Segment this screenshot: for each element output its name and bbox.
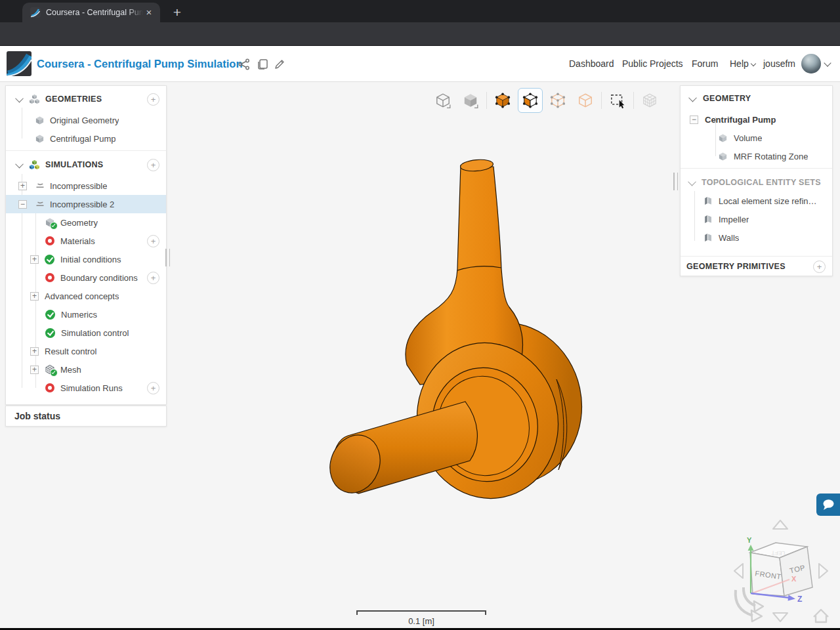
- navcube-back-label: LEFT: [771, 549, 785, 556]
- add-geometry-primitive-button[interactable]: +: [813, 261, 826, 273]
- flow-icon: [35, 199, 45, 209]
- nav-help[interactable]: Help: [730, 46, 755, 82]
- geometry-item-volume[interactable]: Volume: [681, 129, 832, 147]
- left-panel-resize-handle[interactable]: [165, 249, 170, 266]
- topo-item-local-refinement[interactable]: Local element size refin…: [681, 192, 832, 210]
- tree-item-geometry[interactable]: Geometry: [6, 213, 166, 232]
- tree-item-materials[interactable]: Materials +: [6, 232, 166, 250]
- navigation-cube[interactable]: LEFT FRONT TOP X Y Z: [725, 516, 837, 625]
- avatar[interactable]: [801, 54, 821, 74]
- navcube-down-arrow[interactable]: [773, 613, 788, 621]
- tree-item-numerics[interactable]: Numerics: [6, 305, 166, 324]
- geometry-panel: GEOMETRY − Centrifugal Pump Volume MRF R…: [680, 85, 833, 276]
- tree-item-simulation-runs[interactable]: Simulation Runs +: [6, 379, 166, 397]
- chevron-down-icon: [750, 61, 755, 66]
- app-root: Coursera - Centrifugal Pum × + simscale.…: [0, 0, 840, 630]
- expand-icon[interactable]: +: [30, 366, 39, 374]
- navcube-left-arrow[interactable]: [734, 564, 743, 578]
- add-boundary-condition-button[interactable]: +: [147, 272, 159, 284]
- tree-item-incompressible[interactable]: + Incompressible: [6, 177, 166, 195]
- pump-model[interactable]: [276, 151, 591, 505]
- duplicate-icon[interactable]: [256, 58, 269, 71]
- tree-item-initial-conditions[interactable]: + Initial conditions: [6, 250, 166, 268]
- axis-x-label: X: [791, 575, 797, 583]
- tree-item-centrifugal-pump[interactable]: Centrifugal Pump: [6, 129, 166, 148]
- topo-item-impeller[interactable]: Impeller: [681, 210, 832, 228]
- chevron-down-icon[interactable]: [688, 93, 697, 102]
- nav-forum[interactable]: Forum: [692, 46, 718, 82]
- collapse-icon[interactable]: −: [690, 116, 698, 124]
- share-icon[interactable]: [238, 58, 251, 71]
- box-select-icon[interactable]: [605, 88, 630, 113]
- geometry-primitives-header: GEOMETRY PRIMITIVES: [686, 262, 786, 271]
- cube-faces-icon[interactable]: [490, 88, 515, 113]
- geometry-primitives-row[interactable]: GEOMETRY PRIMITIVES +: [681, 256, 832, 276]
- browser-toolbar: simscale.com/workbench/?pid=118742282682…: [0, 22, 840, 45]
- new-tab-button[interactable]: +: [168, 3, 186, 22]
- cube-solid-icon[interactable]: [458, 88, 483, 113]
- home-icon[interactable]: [814, 610, 828, 622]
- expand-icon[interactable]: +: [18, 182, 27, 190]
- toolbar-separator: [633, 92, 634, 109]
- geometry-item-mrf-rotating-zone[interactable]: MRF Rotating Zone: [681, 147, 832, 165]
- cube-vertices-icon[interactable]: [545, 88, 570, 113]
- add-simulation-run-button[interactable]: +: [147, 382, 159, 394]
- face-set-icon: [704, 215, 713, 224]
- axis-y-label: Y: [747, 536, 752, 544]
- navcube-up-arrow[interactable]: [773, 520, 788, 529]
- tree-item-original-geometry[interactable]: Original Geometry: [6, 111, 166, 129]
- tree-item-simulation-control[interactable]: Simulation control: [6, 324, 166, 342]
- chevron-down-icon[interactable]: [15, 94, 24, 102]
- tab-close-icon[interactable]: ×: [143, 7, 155, 18]
- tree-item-result-control[interactable]: + Result control: [6, 342, 166, 360]
- expand-icon[interactable]: +: [30, 347, 39, 356]
- add-material-button[interactable]: +: [147, 235, 159, 247]
- geometry-cube-icon: [45, 217, 55, 228]
- job-status-panel[interactable]: Job status: [5, 406, 167, 427]
- chat-button[interactable]: [816, 494, 840, 516]
- check-badge-icon: [50, 222, 58, 230]
- expand-icon[interactable]: +: [30, 255, 39, 264]
- cube-edges-icon[interactable]: [573, 88, 598, 113]
- simulations-header-row[interactable]: SIMULATIONS +: [6, 156, 166, 174]
- tree-item-boundary-conditions[interactable]: Boundary conditions +: [6, 268, 166, 287]
- geometry-header-row[interactable]: GEOMETRY: [681, 89, 832, 108]
- nav-public-projects[interactable]: Public Projects: [622, 46, 683, 82]
- browser-tab[interactable]: Coursera - Centrifugal Pum ×: [22, 3, 160, 22]
- viewport-toolbar: [429, 87, 663, 114]
- cube-outline-icon[interactable]: [430, 88, 455, 113]
- cube-face-select-icon[interactable]: [518, 88, 543, 113]
- tree-item-advanced-concepts[interactable]: + Advanced concepts: [6, 287, 166, 305]
- tree-item-incompressible-2[interactable]: − Incompressible 2: [6, 195, 166, 213]
- expand-icon[interactable]: +: [30, 292, 39, 301]
- tree-item-mesh[interactable]: + Mesh: [6, 360, 166, 379]
- nav-dashboard[interactable]: Dashboard: [569, 46, 614, 82]
- geometries-header-row[interactable]: GEOMETRIES +: [6, 90, 166, 108]
- navcube-body[interactable]: LEFT FRONT TOP: [750, 543, 812, 596]
- chevron-down-icon[interactable]: [15, 159, 24, 168]
- section-divider: [6, 150, 166, 151]
- add-simulation-button[interactable]: +: [147, 159, 159, 171]
- mesh-view-icon[interactable]: [637, 88, 662, 113]
- toolbar-separator: [601, 92, 602, 109]
- simscale-logo[interactable]: [7, 51, 32, 76]
- add-geometry-button[interactable]: +: [147, 93, 159, 106]
- face-set-icon: [704, 233, 713, 243]
- geometry-item-centrifugal-pump[interactable]: − Centrifugal Pump: [681, 110, 832, 129]
- incomplete-ring-icon: [45, 383, 54, 392]
- face-set-icon: [704, 196, 713, 206]
- chat-icon: [822, 499, 835, 511]
- topo-item-walls[interactable]: Walls: [681, 228, 832, 247]
- chevron-down-icon[interactable]: [688, 177, 696, 186]
- right-panel-resize-handle[interactable]: [673, 173, 678, 190]
- geometry-header: GEOMETRY: [703, 94, 751, 103]
- geometries-header: GEOMETRIES: [45, 94, 102, 104]
- nav-username[interactable]: jousefm: [763, 46, 795, 82]
- browser-tab-bar: Coursera - Centrifugal Pum × +: [0, 0, 840, 22]
- cube-icon: [35, 116, 45, 125]
- navcube-right-arrow[interactable]: [819, 564, 828, 578]
- topo-header-row[interactable]: TOPOLOGICAL ENTITY SETS: [681, 173, 832, 192]
- edit-icon[interactable]: [273, 58, 286, 71]
- job-status-label: Job status: [14, 411, 60, 421]
- collapse-icon[interactable]: −: [18, 200, 27, 209]
